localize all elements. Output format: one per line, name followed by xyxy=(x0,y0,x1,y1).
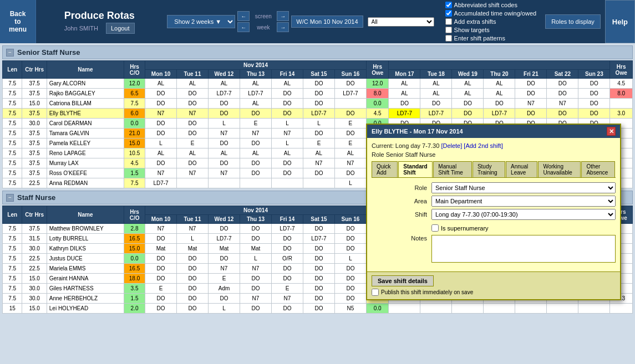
data-cell[interactable]: AL xyxy=(389,89,420,99)
data-cell[interactable]: DO xyxy=(303,274,334,284)
data-cell[interactable]: DO xyxy=(484,99,515,109)
data-cell[interactable]: DO xyxy=(240,234,272,244)
data-cell[interactable]: AL xyxy=(484,89,515,99)
data-cell[interactable]: DO xyxy=(452,99,484,109)
data-cell[interactable]: DO xyxy=(547,109,578,119)
add2nd-link[interactable]: [Add 2nd shift] xyxy=(464,142,502,149)
data-cell[interactable]: AL xyxy=(452,79,484,89)
data-cell[interactable]: DO xyxy=(177,129,209,139)
data-cell[interactable] xyxy=(240,178,272,188)
data-cell[interactable]: E xyxy=(271,284,303,294)
data-cell[interactable]: N7 xyxy=(145,109,177,119)
data-cell[interactable]: DO xyxy=(303,224,334,234)
data-cell[interactable]: AL xyxy=(177,79,209,89)
data-cell[interactable]: DO xyxy=(145,89,177,99)
data-cell[interactable]: N7 xyxy=(177,168,209,178)
data-cell[interactable]: N5 xyxy=(334,304,366,314)
data-cell[interactable]: L xyxy=(334,254,366,264)
data-cell[interactable]: 3.0 xyxy=(610,109,633,119)
data-cell[interactable]: DO xyxy=(578,89,610,99)
tab-other-absence[interactable]: Other Absence xyxy=(581,161,615,177)
data-cell[interactable]: 8.0 xyxy=(610,89,633,99)
data-cell[interactable]: DO xyxy=(240,109,272,119)
data-cell[interactable] xyxy=(420,304,452,314)
data-cell[interactable]: N7 xyxy=(209,264,240,274)
data-cell[interactable]: DO xyxy=(303,244,334,254)
data-cell[interactable]: DO xyxy=(271,304,303,314)
data-cell[interactable]: LD7-7 xyxy=(209,234,240,244)
data-cell[interactable] xyxy=(515,304,547,314)
data-cell[interactable] xyxy=(484,304,515,314)
help-button[interactable]: Help xyxy=(605,0,635,43)
table-row[interactable]: 7.515.0Catriona BILLAM7.5DODODOALDODO0.0… xyxy=(3,99,633,109)
tab-working-unavail[interactable]: Working Unavailable xyxy=(538,161,581,177)
data-cell[interactable]: DO xyxy=(145,99,177,109)
data-cell[interactable]: DO xyxy=(177,254,209,264)
data-cell[interactable]: LD7-7 xyxy=(389,109,420,119)
data-cell[interactable]: DO xyxy=(209,294,240,304)
data-cell[interactable]: DO xyxy=(334,264,366,274)
data-cell[interactable]: DO xyxy=(240,274,272,284)
staff-collapse-button[interactable]: − xyxy=(6,194,14,202)
data-cell[interactable]: DO xyxy=(209,158,240,168)
data-cell[interactable]: DO xyxy=(515,89,547,99)
data-cell[interactable]: AL xyxy=(420,89,452,99)
data-cell[interactable]: DO xyxy=(240,304,272,314)
data-cell[interactable]: DO xyxy=(240,139,272,148)
data-cell[interactable]: DO xyxy=(303,129,334,139)
data-cell[interactable]: DO xyxy=(240,224,272,234)
supernumerary-checkbox[interactable] xyxy=(431,224,439,232)
data-cell[interactable]: DO xyxy=(452,109,484,119)
data-cell[interactable]: N7 xyxy=(145,224,177,234)
data-cell[interactable]: DO xyxy=(145,129,177,139)
data-cell[interactable]: E xyxy=(240,119,272,129)
data-cell[interactable]: DO xyxy=(578,109,610,119)
roles-button[interactable]: Roles to display xyxy=(545,14,601,29)
data-cell[interactable] xyxy=(334,99,366,109)
data-cell[interactable]: AL xyxy=(145,148,177,158)
accumulated-checkbox[interactable] xyxy=(445,10,452,17)
data-cell[interactable]: DO xyxy=(177,284,209,294)
data-cell[interactable]: DO xyxy=(209,224,240,234)
data-cell[interactable]: DO xyxy=(177,294,209,304)
data-cell[interactable]: DO xyxy=(303,168,334,178)
data-cell[interactable]: DO xyxy=(303,79,334,89)
data-cell[interactable]: E xyxy=(334,139,366,148)
data-cell[interactable]: L xyxy=(271,139,303,148)
data-cell[interactable]: DO xyxy=(177,158,209,168)
data-cell[interactable]: DO xyxy=(177,99,209,109)
data-cell[interactable]: DO xyxy=(334,234,366,244)
data-cell[interactable]: DO xyxy=(271,264,303,274)
data-cell[interactable]: L xyxy=(303,119,334,129)
data-cell[interactable]: DO xyxy=(578,99,610,109)
data-cell[interactable]: L xyxy=(177,234,209,244)
extra-shifts-checkbox[interactable] xyxy=(445,18,452,25)
data-cell[interactable]: N7 xyxy=(145,168,177,178)
data-cell[interactable]: N7 xyxy=(240,264,272,274)
filter-select[interactable]: All xyxy=(368,17,434,27)
data-cell[interactable]: DO xyxy=(303,284,334,294)
data-cell[interactable]: N7 xyxy=(515,99,547,109)
data-cell[interactable]: DO xyxy=(334,224,366,234)
data-cell[interactable]: AL xyxy=(334,148,366,158)
data-cell[interactable]: AL xyxy=(177,148,209,158)
data-cell[interactable]: DO xyxy=(271,234,303,244)
data-cell[interactable]: DO xyxy=(303,89,334,99)
data-cell[interactable]: DO xyxy=(145,264,177,274)
prev-screen-button[interactable]: ← xyxy=(237,11,250,21)
data-cell[interactable]: 0.0 xyxy=(366,99,389,109)
notes-textarea[interactable] xyxy=(431,235,616,263)
data-cell[interactable]: DO xyxy=(271,109,303,119)
data-cell[interactable]: DO xyxy=(271,244,303,254)
logout-button[interactable]: Logout xyxy=(106,23,135,34)
data-cell[interactable]: DO xyxy=(145,294,177,304)
data-cell[interactable]: DO xyxy=(177,264,209,274)
data-cell[interactable]: DO xyxy=(303,294,334,304)
data-cell[interactable]: LD7-7 xyxy=(240,89,272,99)
data-cell[interactable]: 0.0 xyxy=(366,304,389,314)
data-cell[interactable]: N7 xyxy=(177,224,209,234)
data-cell[interactable]: LD7-7 xyxy=(420,109,452,119)
data-cell[interactable]: DO xyxy=(240,284,272,294)
data-cell[interactable]: DO xyxy=(145,234,177,244)
data-cell[interactable]: L xyxy=(334,178,366,188)
